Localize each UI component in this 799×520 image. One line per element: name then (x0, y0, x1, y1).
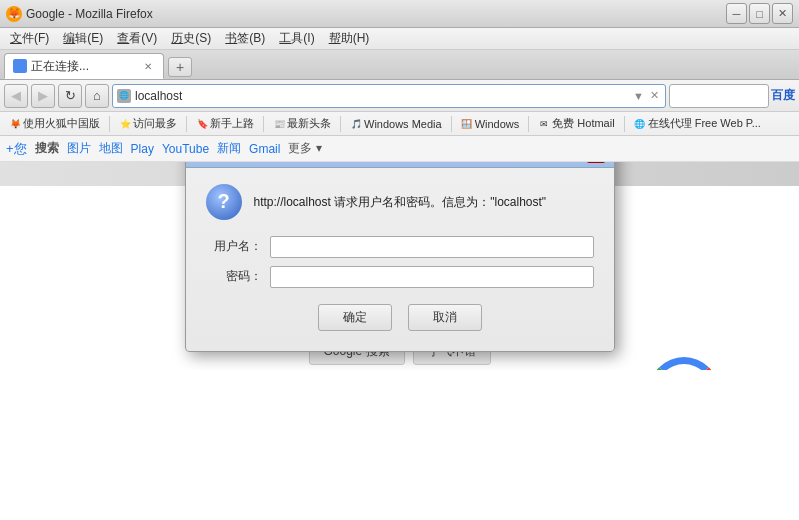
bookmark-3[interactable]: 📰 最新头条 (268, 115, 336, 132)
modal-question-icon: ? (206, 184, 242, 220)
address-icons: ▼ ✕ (631, 89, 661, 102)
search-area: 百度 (669, 84, 795, 108)
minimize-button[interactable]: ─ (726, 3, 747, 24)
address-dropdown-icon[interactable]: ▼ (631, 90, 646, 102)
menu-help[interactable]: 帮助(H) (323, 28, 376, 49)
bookmark-icon-7: 🌐 (634, 118, 646, 130)
menu-file[interactable]: 文件(F) (4, 28, 55, 49)
bookmark-0[interactable]: 🦊 使用火狐中国版 (4, 115, 105, 132)
bookmark-icon-6: ✉ (538, 118, 550, 130)
toolbar-maps[interactable]: 地图 (99, 140, 123, 157)
modal-body: ? http://localhost 请求用户名和密码。信息为："localho… (186, 168, 614, 351)
bookmark-label-4: Windows Media (364, 118, 442, 130)
toolbar-more-label: 更多 (288, 141, 312, 155)
toolbar-youtube[interactable]: YouTube (162, 142, 209, 156)
username-label: 用户名： (206, 238, 262, 255)
toolbar-images[interactable]: 图片 (67, 140, 91, 157)
title-bar: 🦊 Google - Mozilla Firefox ─ □ ✕ (0, 0, 799, 28)
tab-close-button[interactable]: ✕ (141, 59, 155, 73)
modal-close-button[interactable]: ✕ (586, 162, 606, 163)
confirm-button[interactable]: 确定 (318, 304, 392, 331)
back-button[interactable]: ◀ (4, 84, 28, 108)
page-content: 谷歌 Google 搜索 手气不错 需要验证 ✕ ? http://localh… (0, 162, 799, 370)
password-input[interactable] (270, 266, 594, 288)
address-bar: 🌐 ▼ ✕ (112, 84, 666, 108)
toolbar-plus-you[interactable]: +您 (6, 140, 27, 158)
auth-dialog: 需要验证 ✕ ? http://localhost 请求用户名和密码。信息为："… (185, 162, 615, 352)
menu-bookmarks[interactable]: 书签(B) (219, 28, 271, 49)
bookmark-1[interactable]: ⭐ 访问最多 (114, 115, 182, 132)
bookmark-label-0: 使用火狐中国版 (23, 116, 100, 131)
bookmark-icon-0: 🦊 (9, 118, 21, 130)
modal-info-text: http://localhost 请求用户名和密码。信息为："localhost… (254, 193, 547, 211)
bookmark-6[interactable]: ✉ 免费 Hotmail (533, 115, 619, 132)
bookmark-label-2: 新手上路 (210, 116, 254, 131)
bookmarks-bar: 🦊 使用火狐中国版 ⭐ 访问最多 🔖 新手上路 📰 最新头条 🎵 Windows… (0, 112, 799, 136)
toolbar-more-arrow: ▾ (316, 141, 322, 155)
password-row: 密码： (206, 266, 594, 288)
bookmark-7[interactable]: 🌐 在线代理 Free Web P... (629, 115, 766, 132)
site-favicon: 🌐 (117, 89, 131, 103)
toolbar-search[interactable]: 搜索 (35, 140, 59, 157)
bookmark-icon-1: ⭐ (119, 118, 131, 130)
username-row: 用户名： (206, 236, 594, 258)
modal-buttons: 确定 取消 (206, 304, 594, 335)
window-controls: ─ □ ✕ (726, 3, 793, 24)
toolbar-news[interactable]: 新闻 (217, 140, 241, 157)
bookmark-divider-1 (186, 116, 187, 132)
address-clear-icon[interactable]: ✕ (648, 89, 661, 102)
toolbar-gmail[interactable]: Gmail (249, 142, 280, 156)
baidu-logo[interactable]: 百度 (771, 87, 795, 104)
menu-bar: 文件(F) 编辑(E) 查看(V) 历史(S) 书签(B) 工具(I) 帮助(H… (0, 28, 799, 50)
bookmark-2[interactable]: 🔖 新手上路 (191, 115, 259, 132)
tab-bar: 正在连接... ✕ + (0, 50, 799, 80)
bookmark-divider-4 (451, 116, 452, 132)
bookmark-divider-3 (340, 116, 341, 132)
close-window-button[interactable]: ✕ (772, 3, 793, 24)
nav-bar: ◀ ▶ ↻ ⌂ 🌐 ▼ ✕ 百度 (0, 80, 799, 112)
modal-title-text: 需要验证 (194, 162, 586, 163)
bookmark-divider-0 (109, 116, 110, 132)
bookmark-label-5: Windows (475, 118, 520, 130)
menu-edit[interactable]: 编辑(E) (57, 28, 109, 49)
cancel-button[interactable]: 取消 (408, 304, 482, 331)
bookmark-label-6: 免费 Hotmail (552, 116, 614, 131)
forward-button[interactable]: ▶ (31, 84, 55, 108)
bookmark-5[interactable]: 🪟 Windows (456, 117, 525, 131)
bookmark-label-3: 最新头条 (287, 116, 331, 131)
tab-loading-icon (13, 59, 27, 73)
menu-view[interactable]: 查看(V) (111, 28, 163, 49)
bookmark-label-7: 在线代理 Free Web P... (648, 116, 761, 131)
modal-info-row: ? http://localhost 请求用户名和密码。信息为："localho… (206, 184, 594, 220)
bookmark-icon-2: 🔖 (196, 118, 208, 130)
modal-overlay: 需要验证 ✕ ? http://localhost 请求用户名和密码。信息为："… (0, 162, 799, 370)
menu-history[interactable]: 历史(S) (165, 28, 217, 49)
toolbar-play[interactable]: Play (131, 142, 154, 156)
menu-tools[interactable]: 工具(I) (273, 28, 320, 49)
bookmark-divider-5 (528, 116, 529, 132)
maximize-button[interactable]: □ (749, 3, 770, 24)
google-toolbar: +您 搜索 图片 地图 Play YouTube 新闻 Gmail 更多 ▾ (0, 136, 799, 162)
home-button[interactable]: ⌂ (85, 84, 109, 108)
bookmark-icon-3: 📰 (273, 118, 285, 130)
password-label: 密码： (206, 268, 262, 285)
tab-label: 正在连接... (31, 58, 89, 75)
bookmark-icon-4: 🎵 (350, 118, 362, 130)
window-title: Google - Mozilla Firefox (26, 7, 726, 21)
username-input[interactable] (270, 236, 594, 258)
bookmark-icon-5: 🪟 (461, 118, 473, 130)
bookmark-divider-6 (624, 116, 625, 132)
toolbar-more[interactable]: 更多 ▾ (288, 140, 321, 157)
modal-fields: 用户名： 密码： (206, 236, 594, 288)
nav-search-box[interactable] (669, 84, 769, 108)
bookmark-divider-2 (263, 116, 264, 132)
tab-0[interactable]: 正在连接... ✕ (4, 53, 164, 79)
bookmark-label-1: 访问最多 (133, 116, 177, 131)
app-icon: 🦊 (6, 6, 22, 22)
new-tab-button[interactable]: + (168, 57, 192, 77)
bookmark-4[interactable]: 🎵 Windows Media (345, 117, 447, 131)
refresh-button[interactable]: ↻ (58, 84, 82, 108)
address-input[interactable] (135, 89, 627, 103)
